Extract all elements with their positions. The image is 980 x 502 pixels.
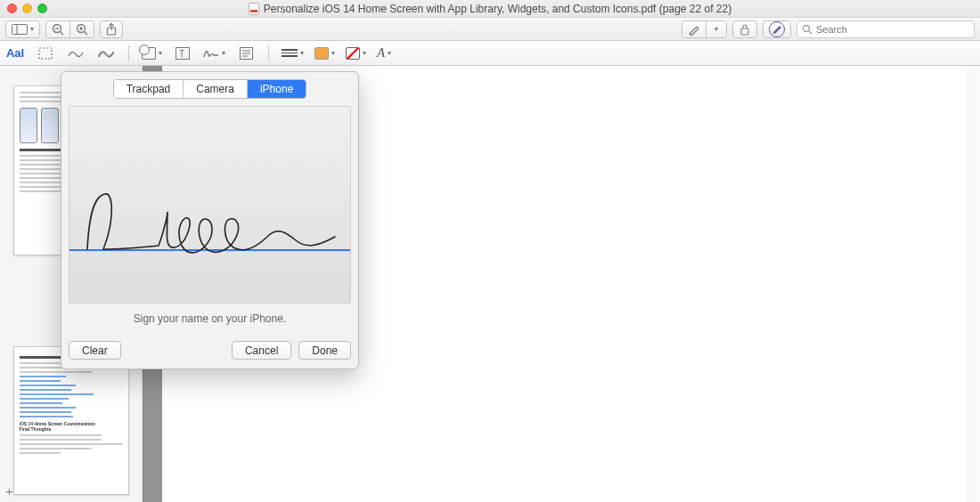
cancel-button[interactable]: Cancel	[232, 341, 291, 360]
chevron-down-icon: ▾	[222, 49, 225, 57]
svg-rect-16	[39, 48, 52, 59]
zoom-out-icon	[52, 23, 64, 36]
share-button[interactable]	[100, 20, 123, 38]
search-input[interactable]	[816, 24, 969, 35]
svg-rect-0	[249, 3, 258, 14]
signature-source-segmented: Trackpad Camera iPhone	[69, 79, 351, 99]
line-style-icon	[282, 49, 298, 57]
svg-line-15	[809, 31, 812, 34]
signature-popover: Trackpad Camera iPhone Sign your name on…	[61, 71, 359, 369]
shapes-menu-button[interactable]: ▾	[142, 45, 162, 61]
chevron-down-icon: ▾	[30, 25, 34, 33]
text-style-button[interactable]: AaI	[5, 45, 25, 61]
window-title: Personalize iOS 14 Home Screen with App …	[0, 3, 980, 15]
svg-rect-2	[12, 24, 28, 34]
signature-pad[interactable]	[69, 106, 351, 304]
svg-line-8	[85, 31, 88, 35]
zoom-in-button[interactable]	[69, 20, 94, 38]
separator	[268, 45, 269, 61]
titlebar: Personalize iOS 14 Home Screen with App …	[0, 0, 980, 18]
note-icon	[240, 47, 253, 60]
svg-point-14	[804, 25, 810, 31]
highlight-group: ▾	[682, 20, 727, 38]
draw-tool-button[interactable]	[96, 45, 116, 61]
tab-iphone[interactable]: iPhone	[248, 80, 306, 98]
sketch-tool-button[interactable]	[66, 45, 86, 61]
pdf-document-icon	[249, 3, 259, 15]
highlighter-icon	[688, 23, 700, 36]
zoom-out-button[interactable]	[45, 20, 70, 38]
signature-icon	[203, 47, 219, 60]
markup-icon	[769, 21, 785, 37]
chevron-down-icon: ▾	[331, 49, 335, 57]
text-style-icon: AaI	[6, 46, 24, 60]
zoom-in-icon	[76, 23, 88, 36]
sidebar-icon	[12, 24, 28, 35]
signature-hint-text: Sign your name on your iPhone.	[69, 312, 351, 325]
zoom-group	[45, 20, 94, 38]
fill-color-button[interactable]: ▾	[346, 45, 366, 61]
chevron-down-icon: ▾	[300, 49, 304, 57]
note-button[interactable]	[236, 45, 256, 61]
share-icon	[106, 23, 117, 36]
view-mode-group: ▾	[5, 20, 40, 38]
search-icon	[802, 24, 813, 35]
search-field-container[interactable]	[796, 20, 975, 38]
highlight-menu-button[interactable]: ▾	[706, 20, 727, 38]
selection-icon	[38, 47, 53, 60]
border-style-button[interactable]: ▾	[282, 45, 304, 61]
border-color-button[interactable]: ▾	[314, 45, 335, 61]
text-box-icon: T	[176, 47, 190, 60]
chevron-down-icon: ▾	[715, 25, 718, 33]
sidebar-toggle-button[interactable]: ▾	[5, 20, 40, 38]
chevron-down-icon: ▾	[363, 49, 366, 57]
markup-toolbar: AaI ▾ T ▾ ▾ ▾ ▾ A ▾	[0, 41, 980, 66]
shapes-icon	[142, 47, 156, 60]
draw-icon	[98, 47, 114, 60]
add-page-button[interactable]: +	[5, 483, 13, 498]
font-style-button[interactable]: A ▾	[377, 45, 391, 61]
fill-color-icon	[314, 47, 329, 60]
markup-button[interactable]	[763, 20, 791, 38]
window-title-text: Personalize iOS 14 Home Screen with App …	[264, 3, 731, 15]
separator	[128, 45, 129, 61]
sign-menu-button[interactable]: ▾	[203, 45, 225, 61]
svg-line-5	[61, 31, 64, 35]
thumb-heading: Final Thoughts	[20, 426, 123, 432]
font-icon: A	[377, 45, 385, 61]
chevron-down-icon: ▾	[388, 49, 391, 57]
highlight-button[interactable]	[682, 20, 706, 38]
tab-camera[interactable]: Camera	[184, 80, 248, 98]
signature-stroke	[78, 160, 346, 276]
no-fill-icon	[346, 47, 360, 60]
tab-trackpad[interactable]: Trackpad	[114, 80, 184, 98]
primary-toolbar: ▾ ▾	[0, 18, 980, 41]
done-button[interactable]: Done	[298, 341, 351, 360]
svg-rect-13	[741, 28, 748, 35]
selection-tool-button[interactable]	[36, 45, 55, 61]
popover-button-row: Clear Cancel Done	[69, 341, 351, 360]
svg-rect-1	[250, 10, 257, 12]
clear-button[interactable]: Clear	[69, 341, 121, 360]
lock-icon	[739, 23, 751, 36]
text-box-button[interactable]: T	[173, 45, 192, 61]
sketch-icon	[68, 47, 84, 60]
chevron-down-icon: ▾	[159, 49, 162, 57]
svg-text:T: T	[179, 49, 184, 59]
vertical-scrollbar[interactable]	[968, 66, 980, 502]
rotate-button[interactable]	[732, 20, 757, 38]
